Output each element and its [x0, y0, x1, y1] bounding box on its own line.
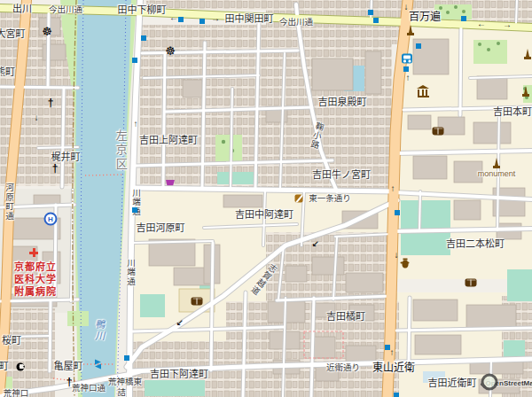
library-icon — [192, 298, 203, 306]
place-label: 東山近衛 — [372, 362, 415, 374]
monument-icon — [524, 49, 531, 59]
ford-crossing-icon — [94, 360, 103, 370]
place-label: 附属病院 — [14, 287, 57, 298]
library-icon — [466, 279, 477, 287]
street-label: 詰 — [117, 388, 126, 397]
road — [62, 88, 64, 187]
place-label: 田中下柳町 — [118, 5, 167, 16]
mosque-icon — [17, 363, 25, 371]
oneway-arrow: ↓ — [35, 113, 39, 122]
oneway-arrow: ↓ — [404, 3, 409, 12]
place-label: 吉田本町 — [493, 107, 532, 118]
place-label: 吉田河原町 — [137, 223, 185, 234]
place-label: 鴨川 — [93, 319, 104, 342]
place-label: 町 — [0, 362, 9, 372]
shop-icon — [295, 195, 303, 203]
oneway-arrow: ← — [169, 13, 178, 22]
place-label: 吉田二本松町 — [446, 239, 505, 250]
museum-icon — [417, 85, 429, 96]
place-label: 亀屋町 — [54, 362, 83, 372]
street-label: 荒神口 — [4, 389, 29, 397]
traffic-signal-icon — [141, 35, 146, 41]
traffic-signal-icon — [368, 10, 373, 15]
road — [516, 0, 517, 23]
oneway-arrow: ↑ — [390, 348, 395, 357]
place-label: 吉田中阿達町 — [235, 210, 293, 221]
oneway-arrow: ↙ — [312, 240, 319, 249]
place-label: 吉田橘町 — [326, 312, 365, 323]
oneway-arrow: ↓ — [395, 251, 399, 260]
street-label: 近衛通り — [326, 363, 360, 372]
traffic-signal-icon — [373, 18, 379, 23]
monument-icon — [493, 158, 500, 168]
monument-icon — [522, 86, 529, 97]
road — [419, 191, 420, 231]
traffic-signal-icon — [132, 58, 137, 63]
osm-logo — [481, 374, 498, 391]
traffic-signal-icon — [416, 43, 421, 49]
traffic-signal-icon — [403, 66, 409, 72]
place-label: 出川 — [12, 4, 32, 15]
place-label: 左京区 — [114, 129, 127, 172]
traffic-signal-icon — [200, 19, 205, 24]
road — [0, 87, 78, 88]
oneway-arrow: ↑ — [134, 120, 138, 128]
place-label: 医科大学 — [14, 275, 57, 285]
hospital-icon: H — [44, 213, 58, 226]
street-label: 今出川通 — [49, 5, 82, 14]
traffic-signal-icon — [132, 207, 137, 213]
place-label: 桜町 — [2, 336, 21, 346]
oneway-arrow: ← — [477, 19, 486, 28]
road — [460, 23, 461, 115]
place-label: 吉田近衛町 — [428, 378, 477, 389]
temple-icon: ☸ — [42, 26, 52, 37]
road — [163, 53, 165, 188]
church-icon: † — [48, 97, 54, 108]
road — [38, 147, 78, 148]
place-label: 熊町 — [0, 67, 15, 78]
place-label: 吉田下阿達町 — [150, 370, 208, 380]
place-label: 田中関田町 — [225, 14, 274, 25]
church-icon: † — [66, 377, 73, 387]
place-label: 京都府立 — [14, 262, 57, 273]
traffic-signal-icon — [178, 17, 184, 22]
place-label: 大宮町 — [0, 29, 26, 40]
temple-icon: ☸ — [165, 45, 176, 57]
road — [211, 243, 213, 370]
oneway-arrow: → — [211, 14, 220, 23]
map-canvas[interactable]: 出川今出川通田中下柳町田中関田町今出川通百万遍大宮町熊町吉田泉殿町吉田本町吉田上… — [0, 0, 532, 397]
street-label: 荒神口通 — [72, 384, 106, 393]
library-icon — [433, 128, 444, 136]
street-label: 今出川通 — [279, 18, 313, 27]
place-label: 百万遍 — [409, 12, 441, 23]
clinic-cross-icon — [29, 248, 38, 257]
church-icon: † — [52, 163, 59, 174]
traffic-signal-icon — [385, 345, 390, 350]
place-label: 吉田上阿達町 — [139, 136, 198, 146]
street-label: 東一条通り — [309, 194, 351, 203]
traffic-signal-icon — [461, 16, 466, 21]
street-label: 川端通 — [126, 258, 135, 286]
place-label: monument — [478, 170, 516, 178]
bus-station-icon — [402, 54, 412, 64]
place-label: 吉田泉殿町 — [318, 97, 367, 108]
traffic-signal-icon — [394, 393, 399, 397]
street-label: 河原町通 — [4, 183, 13, 221]
street-label: 荒神橋東 — [108, 378, 142, 386]
oneway-arrow: → — [503, 20, 512, 29]
traffic-signal-icon — [124, 355, 129, 361]
oneway-arrow: ↑ — [406, 74, 411, 82]
place-label: 吉田牛ノ宮町 — [312, 170, 371, 181]
map-base-layer — [0, 0, 532, 397]
road — [0, 300, 78, 301]
artwork-icon — [403, 261, 409, 269]
traffic-signal-icon — [395, 210, 400, 215]
monument-icon — [407, 25, 414, 35]
oneway-arrow: ↑ — [391, 184, 395, 193]
oneway-arrow: ↙ — [176, 319, 184, 328]
